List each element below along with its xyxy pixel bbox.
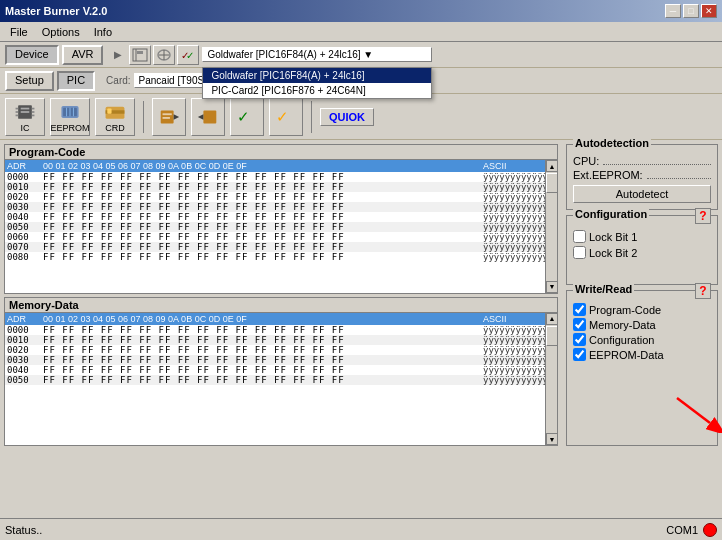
write-read-option-label[interactable]: Memory-Data [573, 318, 711, 331]
memory-data-scrollbar[interactable]: ▲ ▼ [545, 313, 557, 446]
svg-rect-2 [137, 51, 143, 54]
memory-data-row: 0000FF FF FF FF FF FF FF FF FF FF FF FF … [5, 325, 545, 335]
read-button[interactable] [152, 98, 186, 136]
program-code-row: 0060FF FF FF FF FF FF FF FF FF FF FF FF … [5, 232, 545, 242]
toolbar-icon-1[interactable] [129, 45, 151, 65]
svg-rect-14 [32, 114, 35, 116]
ic-button[interactable]: IC [5, 98, 45, 136]
lock-bit-1-label[interactable]: Lock Bit 1 [573, 230, 711, 243]
minimize-button[interactable]: ─ [665, 4, 681, 18]
mem-scrollbar-down[interactable]: ▼ [546, 433, 557, 445]
svg-rect-11 [16, 114, 19, 116]
svg-marker-26 [174, 114, 180, 120]
write-read-option-label[interactable]: EEPROM-Data [573, 348, 711, 361]
toolbar-icon-2[interactable] [153, 45, 175, 65]
program-code-table-wrap: ADR 00 01 02 03 04 05 06 07 08 09 0A 0B … [5, 160, 557, 293]
device-button[interactable]: Device [5, 45, 59, 65]
write-read-option-checkbox[interactable] [573, 303, 586, 316]
write-read-option-label[interactable]: Program-Code [573, 303, 711, 316]
svg-rect-27 [163, 113, 172, 115]
menu-options[interactable]: Options [36, 25, 86, 39]
program-code-title: Program-Code [5, 145, 557, 160]
write-read-options: Program-Code Memory-Data Configuration E… [573, 303, 711, 361]
write-read-option-checkbox[interactable] [573, 318, 586, 331]
crd-label: CRD [105, 123, 125, 133]
pic-button[interactable]: PIC [57, 71, 95, 91]
mem-scrollbar-thumb[interactable] [546, 326, 557, 346]
write-button[interactable] [191, 98, 225, 136]
eeprom-label: EEPROM [51, 123, 90, 133]
lock-bit-1-checkbox[interactable] [573, 230, 586, 243]
program-code-data: 0000FF FF FF FF FF FF FF FF FF FF FF FF … [5, 172, 545, 262]
cpu-label: CPU: [573, 155, 599, 167]
write-read-option-text: Memory-Data [589, 319, 656, 331]
autodetection-title: Autodetection [573, 137, 651, 149]
memory-data-header: ADR 00 01 02 03 04 05 06 07 08 09 0A 0B … [5, 313, 545, 325]
crd-button[interactable]: CRD [95, 98, 135, 136]
configuration-title: Configuration [573, 208, 649, 220]
ext-eeprom-row: Ext.EEPROM: [573, 169, 711, 181]
svg-rect-9 [16, 107, 19, 109]
device-dropdown[interactable]: Goldwafer [PIC16F84(A) + 24lc16] ▼ [202, 47, 432, 62]
dropdown-item-1[interactable]: Goldwafer [PIC16F84(A) + 24lc16] [203, 68, 431, 83]
write-read-option-label[interactable]: Configuration [573, 333, 711, 346]
menu-bar: File Options Info [0, 22, 722, 42]
program-code-scrollbar[interactable]: ▲ ▼ [545, 160, 557, 293]
setup-button[interactable]: Setup [5, 71, 54, 91]
memory-data-table-wrap: ADR 00 01 02 03 04 05 06 07 08 09 0A 0B … [5, 313, 557, 446]
program-code-rows: ADR 00 01 02 03 04 05 06 07 08 09 0A 0B … [5, 160, 545, 293]
program-code-section: Program-Code ADR 00 01 02 03 04 05 06 07… [4, 144, 558, 294]
lock-bit-2-checkbox[interactable] [573, 246, 586, 259]
svg-text:✓: ✓ [186, 50, 194, 61]
window-title: Master Burner V.2.0 [5, 5, 107, 17]
menu-file[interactable]: File [4, 25, 34, 39]
com-label: COM1 [666, 524, 698, 536]
memory-data-title: Memory-Data [5, 298, 557, 313]
program-code-row: 0040FF FF FF FF FF FF FF FF FF FF FF FF … [5, 212, 545, 222]
configuration-help[interactable]: ? [695, 208, 711, 224]
cpu-dots [603, 157, 711, 165]
svg-rect-12 [32, 107, 35, 109]
maximize-button[interactable]: □ [683, 4, 699, 18]
memory-data-row: 0010FF FF FF FF FF FF FF FF FF FF FF FF … [5, 335, 545, 345]
scrollbar-thumb[interactable] [546, 173, 557, 193]
quick-button[interactable]: QUIOK [320, 108, 374, 126]
program-code-row: 0010FF FF FF FF FF FF FF FF FF FF FF FF … [5, 182, 545, 192]
memory-data-rows: ADR 00 01 02 03 04 05 06 07 08 09 0A 0B … [5, 313, 545, 446]
write-read-option-checkbox[interactable] [573, 348, 586, 361]
eeprom-button[interactable]: EEPROM [50, 98, 90, 136]
scrollbar-up[interactable]: ▲ [546, 160, 557, 172]
device-avr-row: Device AVR ▶ ✓✓ Goldwafer [PIC16F84(A) +… [0, 42, 722, 68]
memory-data-row: 0050FF FF FF FF FF FF FF FF FF FF FF FF … [5, 375, 545, 385]
device-dropdown-popup[interactable]: Goldwafer [PIC16F84(A) + 24lc16] PIC-Car… [202, 67, 432, 99]
memory-data-section: Memory-Data ADR 00 01 02 03 04 05 06 07 … [4, 297, 558, 447]
write-read-title: Write/Read [573, 283, 634, 295]
ic-label: IC [21, 123, 30, 133]
close-button[interactable]: ✕ [701, 4, 717, 18]
status-bar: Status.. COM1 [0, 518, 722, 540]
status-right: COM1 [666, 523, 717, 537]
svg-rect-28 [163, 117, 170, 119]
lock-bit-2-label[interactable]: Lock Bit 2 [573, 246, 711, 259]
svg-rect-10 [16, 111, 19, 113]
write-read-help[interactable]: ? [695, 283, 711, 299]
mem-scrollbar-up[interactable]: ▲ [546, 313, 557, 325]
memory-data-data: 0000FF FF FF FF FF FF FF FF FF FF FF FF … [5, 325, 545, 385]
menu-info[interactable]: Info [88, 25, 118, 39]
svg-rect-13 [32, 111, 35, 113]
avr-button[interactable]: AVR [62, 45, 104, 65]
erase-button[interactable]: ✓ [269, 98, 303, 136]
program-code-row: 0080FF FF FF FF FF FF FF FF FF FF FF FF … [5, 252, 545, 262]
write-read-option-checkbox[interactable] [573, 333, 586, 346]
verify-button[interactable]: ✓ [230, 98, 264, 136]
lock-bit-2-text: Lock Bit 2 [589, 247, 637, 259]
scrollbar-down[interactable]: ▼ [546, 281, 557, 293]
svg-marker-30 [198, 114, 204, 120]
ext-eeprom-label: Ext.EEPROM: [573, 169, 643, 181]
configuration-box: Configuration ? Lock Bit 1 Lock Bit 2 [566, 215, 718, 285]
autodetect-button[interactable]: Autodetect [573, 185, 711, 203]
toolbar-icon-3[interactable]: ✓✓ [177, 45, 199, 65]
dropdown-item-2[interactable]: PIC-Card2 [PIC16F876 + 24C64N] [203, 83, 431, 98]
memory-data-row: 0030FF FF FF FF FF FF FF FF FF FF FF FF … [5, 355, 545, 365]
ext-eeprom-dots [647, 171, 711, 179]
